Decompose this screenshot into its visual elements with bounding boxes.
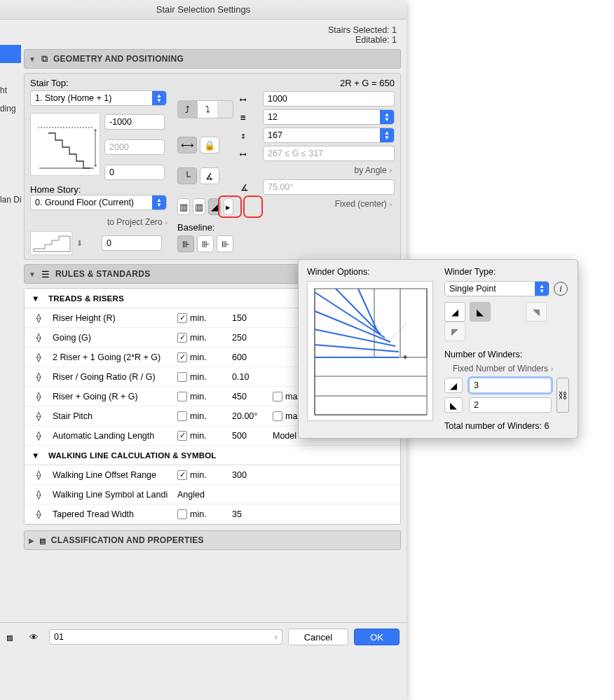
- info-icon[interactable]: i: [554, 282, 568, 296]
- fixed-number-link[interactable]: Fixed Number of Winders›: [444, 359, 570, 378]
- rule-min-value[interactable]: 0.10: [232, 372, 267, 382]
- winder-style-b[interactable]: ◣: [470, 302, 491, 322]
- rule-min-value[interactable]: 35: [232, 509, 267, 519]
- select-arrows-icon: ▲▼: [380, 110, 394, 124]
- lock-width-button[interactable]: ⟷: [177, 137, 197, 153]
- direction-up-icon[interactable]: ⤴: [178, 101, 198, 118]
- to-project-zero-link[interactable]: to Project Zero›: [30, 216, 170, 228]
- baseline-left-button[interactable]: ⊪: [177, 235, 194, 252]
- geometry-icon: ⧉: [41, 53, 48, 64]
- rule-min-checkbox[interactable]: ✓min.: [177, 352, 226, 362]
- sidebar-item[interactable]: ding: [0, 99, 21, 118]
- layer-select[interactable]: 01›: [49, 629, 282, 645]
- chevron-right-icon: ›: [551, 365, 553, 373]
- direction-toggle[interactable]: ⤴ ⤵: [177, 100, 233, 118]
- sidebar-item[interactable]: [0, 118, 21, 136]
- rule-min-checkbox[interactable]: min.: [177, 411, 226, 421]
- rules-walking-header[interactable]: ▼ WALKING LINE CALCULATION & SYMBOL: [25, 446, 400, 465]
- winder-seg-a-icon: ◢: [444, 378, 463, 393]
- checkbox-icon: [177, 509, 187, 519]
- checkbox-icon: [273, 392, 282, 402]
- sidebar-item[interactable]: ht: [0, 81, 21, 99]
- rule-name: Walking Line Symbol at Landi: [53, 490, 172, 500]
- section-classification-header[interactable]: ▶ ▤ CLASSIFICATION AND PROPERTIES: [24, 530, 401, 550]
- rule-icon: ⟠: [30, 469, 47, 480]
- align-angle-button[interactable]: ∡: [200, 167, 219, 184]
- checkbox-icon: ✓: [177, 470, 187, 480]
- segment-turn-button[interactable]: ▥: [193, 198, 205, 215]
- stair-top-select[interactable]: 1. Story (Home + 1) ▲▼: [30, 90, 167, 106]
- rule-min-checkbox[interactable]: ✓min.: [177, 333, 226, 343]
- home-story-select[interactable]: 0. Ground Floor (Current) ▲▼: [30, 195, 167, 210]
- rule-min-checkbox[interactable]: ✓min.: [177, 313, 226, 323]
- svg-line-14: [336, 289, 381, 334]
- rule-min-value[interactable]: 250: [232, 333, 267, 343]
- properties-icon: ▤: [40, 535, 46, 546]
- chevron-right-icon: ›: [275, 632, 278, 642]
- sidebar-item[interactable]: lan Displ: [0, 191, 21, 209]
- ok-button[interactable]: OK: [354, 629, 400, 645]
- home-story-label: Home Story:: [30, 184, 170, 195]
- rule-name: Riser + Going (R + G): [53, 392, 172, 402]
- baseline-center-button[interactable]: ⊪: [197, 235, 214, 252]
- checkbox-icon: [177, 392, 187, 402]
- cancel-button[interactable]: Cancel: [288, 629, 348, 645]
- segment-straight-button[interactable]: ▥: [177, 198, 190, 215]
- baseline-right-button[interactable]: ⊪: [217, 235, 233, 252]
- winder-style-c: ◥: [526, 302, 547, 322]
- align-bottom-button[interactable]: └: [177, 167, 197, 184]
- rule-min-checkbox[interactable]: ✓min.: [177, 431, 226, 441]
- steps-select[interactable]: 12▲▼: [263, 109, 395, 125]
- direction-down-icon[interactable]: ⤵: [198, 101, 217, 118]
- section-geometry-header[interactable]: ▼ ⧉ GEOMETRY AND POSITIONING: [24, 49, 401, 69]
- disclosure-triangle-icon: ▼: [29, 55, 36, 63]
- num-winders-label: Number of Winders:: [444, 350, 570, 359]
- top-offset-input[interactable]: -1000: [104, 114, 165, 130]
- project-zero-input[interactable]: 0: [102, 235, 162, 251]
- bottom-offset-input[interactable]: 0: [104, 165, 165, 180]
- width-input[interactable]: 1000: [263, 91, 395, 107]
- width-icon: ⟷: [240, 94, 259, 104]
- sidebar-item[interactable]: [0, 63, 21, 81]
- rule-min-value[interactable]: 500: [232, 431, 267, 441]
- formula-label: 2R + G = 650: [240, 78, 395, 88]
- rule-min-checkbox[interactable]: min.: [177, 509, 226, 519]
- winder-type-select[interactable]: Single Point ▲▼: [444, 281, 550, 296]
- rule-min-checkbox[interactable]: ✓min.: [177, 470, 226, 480]
- rule-icon: ⟠: [30, 411, 47, 421]
- sidebar-item[interactable]: [0, 136, 21, 154]
- window-title: Stair Selection Settings: [0, 0, 407, 20]
- rule-min-value[interactable]: 300: [232, 470, 267, 480]
- header-info: Stairs Selected: 1 Editable: 1: [0, 20, 407, 45]
- sidebar-item[interactable]: [0, 172, 21, 191]
- rule-min-value[interactable]: 150: [232, 313, 267, 323]
- riser-select[interactable]: 167▲▼: [263, 128, 395, 143]
- select-arrows-icon: ▲▼: [152, 91, 166, 105]
- height-input[interactable]: 2000: [104, 139, 165, 155]
- checkbox-icon: [273, 411, 282, 421]
- rule-min-checkbox[interactable]: min.: [177, 392, 226, 402]
- fixed-center-link[interactable]: Fixed (center)›: [240, 198, 395, 210]
- sidebar-item[interactable]: [0, 154, 21, 172]
- winders-b-input[interactable]: [469, 397, 552, 413]
- winders-a-input[interactable]: [469, 378, 552, 393]
- svg-line-15: [358, 289, 378, 332]
- rule-min-value[interactable]: 20.00°: [232, 411, 267, 421]
- geometry-panel: Stair Top: 1. Story (Home + 1) ▲▼: [24, 73, 401, 260]
- rule-icon: ⟠: [30, 332, 47, 343]
- disclosure-triangle-icon: ▼: [32, 294, 48, 303]
- rule-min-value[interactable]: 450: [232, 392, 267, 402]
- rule-min-checkbox[interactable]: min.: [177, 372, 226, 382]
- winder-style-a[interactable]: ◢: [444, 302, 465, 322]
- rule-icon: ⟠: [30, 391, 47, 402]
- checkbox-icon: [177, 411, 187, 421]
- rule-icon: ⟠: [30, 313, 47, 323]
- sidebar-item-active[interactable]: [0, 45, 21, 63]
- checkbox-icon: ✓: [177, 313, 187, 323]
- by-angle-link[interactable]: by Angle›: [240, 164, 395, 177]
- link-values-button[interactable]: ⛓: [557, 378, 569, 413]
- chevron-right-icon: ›: [390, 200, 392, 208]
- lock-tread-button[interactable]: 🔒: [200, 137, 219, 153]
- rule-min-value[interactable]: 600: [232, 352, 267, 362]
- checkbox-icon: [177, 372, 187, 382]
